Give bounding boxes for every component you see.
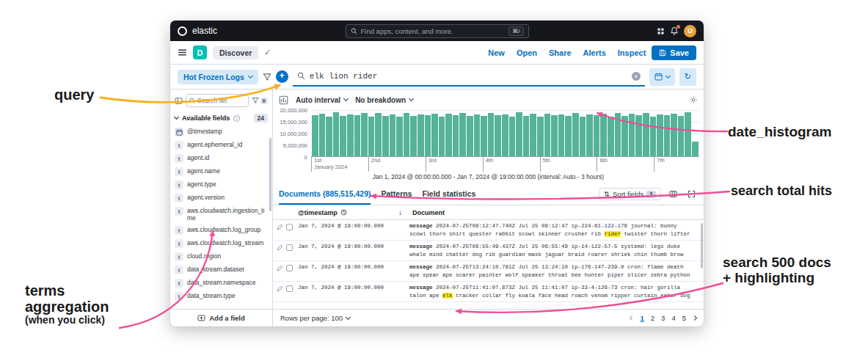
field-item-aws.cloudwatch.log_group[interactable]: taws.cloudwatch.log_group [174,224,269,237]
histogram-bar[interactable] [537,117,544,156]
query-input[interactable]: elk lion rider × [293,67,645,87]
page-4[interactable]: 4 [671,314,675,322]
histogram-bar[interactable] [558,114,565,156]
histogram-bar[interactable] [404,113,410,156]
sort-fields-button[interactable]: ⇅ Sort fields 1 [599,188,661,200]
histogram-bar[interactable] [544,114,551,156]
field-item-data_stream.type[interactable]: tdata_stream.type [174,290,269,303]
auto-interval-dropdown[interactable]: Auto interval [296,96,348,104]
filter-icon[interactable] [263,73,271,81]
histogram-bar[interactable] [488,113,495,156]
tab-field[interactable]: Field statistics [423,183,476,205]
field-item-agent.name[interactable]: tagent.name [174,165,269,178]
expand-row-icon[interactable] [277,244,283,251]
histogram-bar[interactable] [629,114,635,156]
field-item-agent.ephemeral_id[interactable]: tagent.ephemeral_id [174,139,269,152]
timestamp-column-header[interactable]: @timestamp [298,209,338,216]
save-button[interactable]: Save [652,45,696,60]
field-search-input[interactable]: Search fiel [186,94,249,107]
page-2[interactable]: 2 [651,314,654,322]
histogram-bar[interactable] [621,116,628,156]
histogram-bar[interactable] [459,113,466,156]
histogram-bar[interactable] [580,117,586,156]
histogram-bar[interactable] [516,112,522,156]
histogram-bar[interactable] [326,117,332,156]
chart-options-icon[interactable] [689,95,698,104]
histogram-bar[interactable] [474,114,481,156]
row-document[interactable]: message 2024-07-25T13:24:10.781Z Jul 25 … [409,263,704,280]
document-column-header[interactable]: Document [409,209,704,216]
top-nav-link-open[interactable]: Open [517,48,537,57]
histogram-bar[interactable] [382,116,389,156]
top-nav-link-alerts[interactable]: Alerts [583,48,606,57]
user-avatar[interactable]: U [684,25,696,37]
top-nav-link-new[interactable]: New [488,48,505,57]
histogram-bar[interactable] [586,114,593,156]
collapse-sidebar-icon[interactable] [175,97,183,105]
previous-page-icon[interactable] [629,315,634,321]
histogram-bar[interactable] [608,117,614,156]
date-picker-button[interactable] [649,68,675,86]
histogram-bar[interactable] [657,114,663,156]
field-item-data_stream.dataset[interactable]: tdata_stream.dataset [174,263,269,277]
data-view-picker[interactable]: Hot Frozen Logs [178,70,258,84]
add-filter-button[interactable]: + [276,70,288,83]
histogram-bar[interactable] [417,114,424,156]
histogram-bar[interactable] [467,116,473,156]
elastic-logo-icon[interactable] [178,26,187,36]
histogram-bar[interactable] [615,113,621,156]
field-item-agent.type[interactable]: tagent.type [174,178,269,191]
histogram-bar[interactable] [425,115,431,156]
field-type-filter-button[interactable]: 0 [252,97,268,104]
rows-per-page-button[interactable]: Rows per page: 100 [280,314,350,322]
menu-icon[interactable] [178,48,187,57]
expand-row-icon[interactable] [277,285,283,292]
next-page-icon[interactable] [692,315,697,321]
page-3[interactable]: 3 [661,314,665,322]
histogram-bar[interactable] [671,114,677,156]
row-checkbox[interactable] [286,224,293,230]
histogram-bar[interactable] [453,115,459,156]
expand-row-icon[interactable] [277,265,283,271]
field-item-aws.cloudwatch.log_stream[interactable]: taws.cloudwatch.log_stream [174,237,269,250]
page-5[interactable]: 5 [682,314,686,322]
histogram-bar[interactable] [312,115,318,156]
table-columns-icon[interactable] [666,188,679,201]
histogram-bar[interactable] [509,117,516,156]
histogram-bar[interactable] [523,116,530,156]
row-document[interactable]: message 2024-07-25T08:12:47.740Z Jul 25 … [409,222,704,239]
tab-documents[interactable]: Documents (885,515,429) [279,183,371,205]
fullscreen-icon[interactable] [685,188,698,201]
sort-descending-icon[interactable]: ↓ [398,208,409,216]
field-item-@timestamp[interactable]: @timestamp [174,125,269,139]
available-fields-header[interactable]: Available fields i 24 [170,110,272,125]
row-document[interactable]: message 2024-07-25T06:55:49.437Z Jul 25 … [409,243,704,260]
apps-icon[interactable] [657,27,665,35]
histogram-bar[interactable] [600,114,607,156]
global-search-input[interactable]: Find apps, content, and more. ⌘/ [346,24,529,38]
expand-row-icon[interactable] [277,224,283,230]
histogram-bar[interactable] [396,117,403,156]
histogram-bar[interactable] [635,115,642,156]
histogram-bar[interactable] [319,114,326,156]
histogram-bar[interactable] [431,114,438,156]
histogram-bar[interactable] [643,113,649,156]
top-nav-link-inspect[interactable]: Inspect [618,48,646,57]
discover-app-icon[interactable]: D [193,45,207,59]
histogram-bar[interactable] [530,114,536,156]
field-item-agent.id[interactable]: tagent.id [174,152,269,165]
field-item-cloud.region[interactable]: tcloud.region [174,250,269,263]
histogram-bar[interactable] [333,112,340,156]
tab-patterns[interactable]: Patterns [381,183,412,205]
histogram-bar[interactable] [678,116,685,156]
histogram-bar[interactable] [439,117,445,156]
add-field-button[interactable]: Add a field [170,309,272,326]
histogram-plot[interactable] [311,110,699,157]
clear-query-icon[interactable]: × [632,72,641,81]
histogram-bar[interactable] [368,117,375,156]
histogram-bar[interactable] [551,115,558,156]
histogram-bar[interactable] [481,116,487,156]
row-checkbox[interactable] [286,285,293,292]
breakdown-dropdown[interactable]: No breakdown [355,96,413,104]
sidebar-scrollbar[interactable] [269,138,271,211]
